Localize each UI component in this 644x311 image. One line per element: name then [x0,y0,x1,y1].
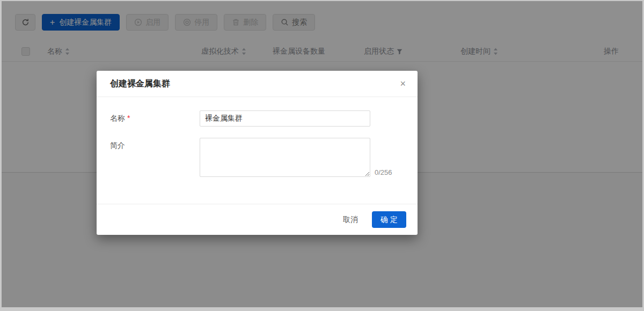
create-cluster-modal: 创建裸金属集群 × 名称* 简介 0/256 取消 确 定 [97,71,418,235]
modal-title: 创建裸金属集群 [110,78,170,90]
name-input[interactable] [200,110,370,127]
name-field-label: 名称* [110,110,200,127]
description-label-text: 简介 [110,141,125,150]
description-textarea[interactable] [200,138,370,177]
char-counter: 0/256 [375,168,392,176]
close-icon[interactable]: × [400,79,406,88]
modal-header: 创建裸金属集群 × [97,71,418,97]
modal-footer: 取消 确 定 [97,204,418,235]
confirm-button[interactable]: 确 定 [372,211,406,228]
window-frame: + 创建裸金属集群 启用 [0,0,644,311]
description-field-label: 简介 [110,138,200,177]
name-field-row: 名称* [110,110,418,127]
name-label-text: 名称 [110,114,125,122]
cancel-button[interactable]: 取消 [340,214,361,225]
app-viewport: + 创建裸金属集群 启用 [2,1,642,307]
description-field-row: 简介 0/256 [110,138,418,177]
modal-body: 名称* 简介 0/256 [97,97,418,204]
required-asterisk: * [127,114,130,122]
